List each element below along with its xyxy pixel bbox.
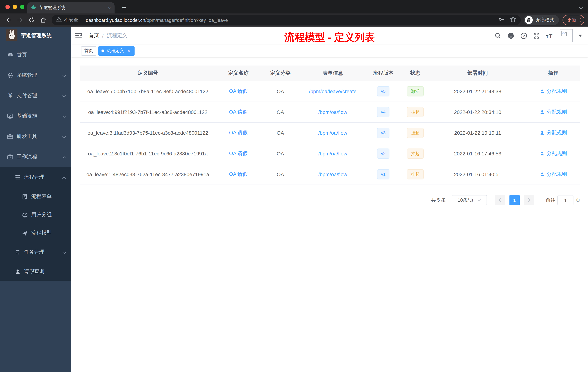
sidebar-item-user-group[interactable]: 用户分组 — [0, 206, 71, 224]
active-dot-icon — [101, 49, 104, 52]
definition-category: OA — [261, 123, 300, 143]
gear-icon — [7, 72, 13, 79]
github-icon[interactable] — [507, 32, 514, 39]
incognito-icon — [525, 16, 533, 24]
svg-text:T: T — [546, 34, 548, 38]
toolbox-icon — [7, 133, 13, 140]
sidebar-item-devtools[interactable]: 研发工具 — [0, 126, 71, 147]
definition-id: oa_leave:4:991f2193-7b7f-11ec-a3c8-acde4… — [80, 102, 216, 123]
sidebar-item-leave-query[interactable]: 请假查询 — [0, 263, 71, 281]
definition-name-link[interactable]: OA 请假 — [229, 130, 248, 136]
sidebar-item-infrastructure[interactable]: 基础设施 — [0, 106, 71, 126]
prev-page-button[interactable] — [495, 195, 505, 205]
sidebar-item-label: 用户分组 — [31, 211, 52, 218]
sidebar-item-home[interactable]: 首页 — [0, 45, 71, 65]
yen-icon: ¥ — [7, 92, 13, 99]
assign-rule-link[interactable]: 分配规则 — [540, 88, 567, 95]
close-window-button[interactable] — [5, 5, 10, 9]
sidebar-item-label: 研发工具 — [17, 133, 37, 140]
table-row: oa_leave:1:482ec033-762a-11ec-8477-a2380… — [80, 164, 580, 185]
breadcrumb: 首页 / 流程定义 — [89, 33, 127, 39]
page-unit-label: 页 — [576, 197, 580, 203]
svg-text:T: T — [549, 33, 552, 39]
help-icon[interactable]: ? — [520, 32, 527, 39]
sidebar-item-label: 基础设施 — [17, 113, 37, 119]
incognito-badge[interactable]: 无痕模式 — [524, 15, 559, 25]
tab-close-icon[interactable]: × — [108, 5, 111, 10]
goto-page-input[interactable] — [557, 195, 573, 205]
assign-rule-link[interactable]: 分配规则 — [540, 150, 567, 157]
minimize-window-button[interactable] — [13, 5, 17, 9]
avatar-caret-down-icon[interactable] — [578, 34, 582, 37]
status-badge: 挂起 — [407, 128, 424, 138]
sidebar-item-system[interactable]: 系统管理 — [0, 65, 71, 86]
page-number-button[interactable]: 1 — [509, 195, 520, 205]
font-size-icon[interactable]: TT — [546, 32, 554, 39]
page-annotation-title: 流程模型 - 定义列表 — [284, 31, 375, 44]
deploy-time: 2022-01-22 21:48:38 — [430, 81, 526, 102]
fullscreen-icon[interactable] — [533, 32, 540, 39]
tab-search-chevron-icon[interactable] — [578, 4, 583, 11]
url-path: /bpm/manager/definition?key=oa_leave — [145, 17, 228, 23]
new-tab-button[interactable]: + — [119, 2, 129, 13]
assign-rule-link[interactable]: 分配规则 — [540, 109, 567, 115]
tag-home[interactable]: 首页 — [81, 46, 96, 55]
tag-process-definition[interactable]: 流程定义 × — [98, 46, 135, 55]
browser-update-button[interactable]: 更新 — [562, 15, 584, 25]
definition-name-link[interactable]: OA 请假 — [229, 171, 248, 178]
home-icon[interactable] — [39, 15, 48, 25]
sidebar-item-process-form[interactable]: 流程表单 — [0, 187, 71, 206]
tag-close-icon[interactable]: × — [126, 48, 131, 53]
sidebar-item-label: 流程表单 — [31, 193, 52, 200]
update-label: 更新 — [567, 17, 577, 23]
back-icon[interactable] — [4, 15, 13, 25]
browser-tab-strip: 芋道管理系统 × + — [0, 0, 588, 13]
form-link[interactable]: /bpm/oa/flow — [318, 151, 347, 156]
breadcrumb-home[interactable]: 首页 — [89, 33, 99, 39]
url-divider — [82, 17, 82, 23]
incognito-label: 无痕模式 — [536, 17, 554, 23]
security-label[interactable]: 不安全 — [64, 17, 78, 23]
sidebar-item-label: 工作流程 — [17, 153, 37, 160]
hamburger-fold-icon — [75, 33, 82, 38]
form-link[interactable]: /bpm/oa/flow — [318, 171, 347, 177]
form-link[interactable]: /bpm/oa/flow — [318, 109, 347, 115]
sidebar-item-task-management[interactable]: 任务管理 — [0, 242, 71, 263]
status-badge: 挂起 — [407, 169, 424, 179]
next-page-button[interactable] — [524, 195, 534, 205]
definition-name-link[interactable]: OA 请假 — [229, 88, 248, 95]
broken-image-icon — [560, 33, 568, 39]
user-avatar[interactable] — [560, 29, 573, 42]
plant-favicon-icon — [31, 4, 36, 11]
sidebar-item-workflow[interactable]: 工作流程 — [0, 147, 71, 167]
sidebar-item-payment[interactable]: ¥ 支付管理 — [0, 86, 71, 106]
sidebar-logo[interactable]: 芋道管理系统 — [0, 27, 71, 45]
sidebar-collapse-button[interactable] — [71, 27, 86, 45]
form-link[interactable]: /bpm/oa/leave/create — [309, 88, 357, 94]
table-row: oa_leave:3:1fad3d93-7b75-11ec-a3c8-acde4… — [80, 123, 580, 143]
sidebar-item-process-model[interactable]: 流程模型 — [0, 224, 71, 242]
page-size-select[interactable]: 10条/页 — [452, 195, 487, 205]
url-bar[interactable]: 不安全 dashboard.yudao.iocoder.cn/bpm/manag… — [52, 15, 521, 25]
browser-tab[interactable]: 芋道管理系统 × — [27, 2, 115, 13]
chevron-down-icon — [62, 134, 66, 139]
forward-icon[interactable] — [15, 15, 25, 25]
definition-name-link[interactable]: OA 请假 — [229, 109, 248, 115]
zoom-window-button[interactable] — [20, 5, 24, 9]
tab-title: 芋道管理系统 — [39, 5, 105, 11]
form-icon — [21, 194, 28, 200]
reload-icon[interactable] — [27, 15, 36, 25]
assign-rule-link[interactable]: 分配规则 — [540, 130, 567, 136]
star-icon[interactable] — [510, 16, 516, 24]
kebab-menu-icon[interactable] — [580, 18, 581, 22]
sidebar-item-process-management[interactable]: 流程管理 — [0, 167, 71, 187]
list-icon — [14, 174, 21, 181]
key-icon[interactable] — [498, 16, 504, 24]
search-icon[interactable] — [494, 32, 502, 39]
form-link[interactable]: /bpm/oa/flow — [318, 130, 347, 136]
assign-rule-link[interactable]: 分配规则 — [540, 171, 567, 178]
page-size-value: 10条/页 — [458, 197, 474, 203]
chevron-up-icon — [62, 154, 66, 160]
definition-name-link[interactable]: OA 请假 — [229, 150, 248, 157]
screen: 芋道管理系统 × + 不安全 dashboard.yudao.iocoder.c… — [0, 0, 588, 372]
